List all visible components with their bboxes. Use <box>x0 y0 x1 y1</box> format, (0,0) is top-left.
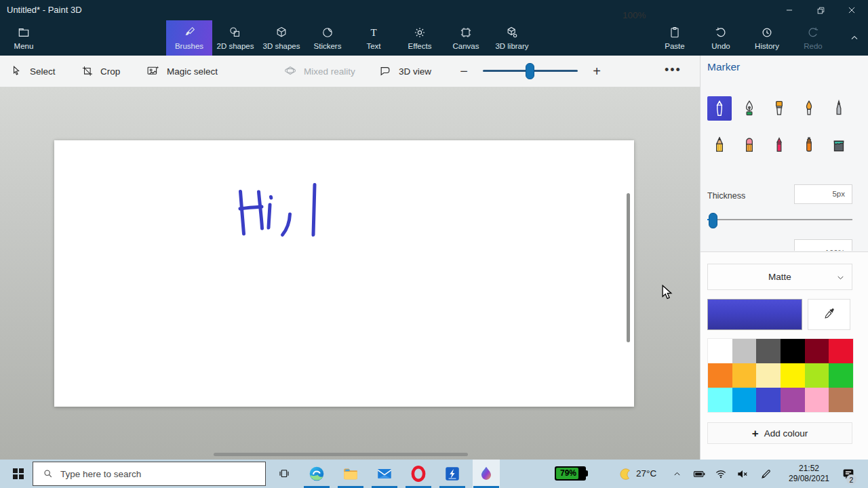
3d-view-tool[interactable]: 3D view <box>378 56 431 87</box>
palette-colour-12[interactable] <box>708 388 732 412</box>
tab-shapes-2d[interactable]: 2D shapes <box>212 20 258 56</box>
palette-colour-6[interactable] <box>708 363 732 388</box>
horizontal-scrollbar[interactable] <box>214 453 468 456</box>
palette-colour-11[interactable] <box>829 363 853 388</box>
palette-colour-4[interactable] <box>805 339 829 363</box>
brush-pencil[interactable] <box>707 133 732 157</box>
crop-icon <box>81 65 94 77</box>
brush-calligraphy-pen[interactable] <box>737 96 762 121</box>
restore-button[interactable] <box>805 0 836 20</box>
brush-fill[interactable] <box>827 133 851 157</box>
brush-marker[interactable] <box>707 96 732 121</box>
palette-colour-15[interactable] <box>781 388 805 412</box>
add-colour-button[interactable]: + Add colour <box>707 422 852 444</box>
thickness-slider-track[interactable] <box>707 219 852 220</box>
tab-label: Text <box>366 42 380 50</box>
thickness-slider-thumb[interactable] <box>709 213 717 228</box>
tab-effects[interactable]: Effects <box>397 20 443 56</box>
fill-icon <box>830 136 848 154</box>
redo-button: Redo <box>790 20 836 56</box>
vertical-scrollbar[interactable] <box>627 193 630 342</box>
tray-wifi-icon[interactable] <box>712 460 730 488</box>
tab-brushes[interactable]: Brushes <box>166 20 212 56</box>
eyedropper-button[interactable] <box>808 299 850 330</box>
tray-expand-button[interactable] <box>669 460 685 488</box>
tab-library-3d[interactable]: 3D library <box>489 20 535 56</box>
taskbar-app-paint-3d[interactable] <box>473 460 500 488</box>
ink-drawing-hi <box>54 140 634 407</box>
taskbar-clock[interactable]: 21:52 29/08/2021 <box>778 460 840 488</box>
history-button[interactable]: History <box>744 20 790 56</box>
weather-temp[interactable]: 27°C <box>636 460 656 488</box>
zoom-in-button[interactable]: + <box>589 56 605 87</box>
pixel-pen-icon <box>830 100 848 117</box>
tab-shapes-3d[interactable]: 3D shapes <box>258 20 304 56</box>
palette-colour-13[interactable] <box>732 388 757 412</box>
pencil-icon <box>711 136 728 154</box>
weather-moon-icon[interactable] <box>616 460 635 488</box>
tab-stickers[interactable]: Stickers <box>304 20 351 56</box>
battery-widget[interactable]: 79% <box>555 466 586 481</box>
tab-label: Effects <box>408 42 432 50</box>
tray-volume-muted-icon[interactable] <box>734 460 751 488</box>
palette-colour-0[interactable] <box>708 339 732 363</box>
brush-oil-brush[interactable] <box>767 96 791 121</box>
undo-button[interactable]: Undo <box>698 20 744 56</box>
brush-eraser[interactable] <box>737 133 762 157</box>
taskbar-app-file-explorer[interactable] <box>337 460 364 488</box>
palette-colour-17[interactable] <box>829 388 853 412</box>
crop-tool[interactable]: Crop <box>81 56 120 87</box>
brush-crayon[interactable] <box>767 133 791 157</box>
history-label: History <box>755 42 779 50</box>
magic-select-label: Magic select <box>167 66 218 77</box>
tab-canvas[interactable]: Canvas <box>443 20 489 56</box>
start-button[interactable] <box>7 460 30 488</box>
thickness-input[interactable]: 5px <box>794 184 852 204</box>
collapse-ribbon-button[interactable] <box>841 20 868 56</box>
palette-colour-3[interactable] <box>781 339 805 363</box>
palette-colour-2[interactable] <box>756 339 781 363</box>
magic-select-tool[interactable]: Magic select <box>146 56 218 87</box>
palette-colour-14[interactable] <box>756 388 781 412</box>
menu-icon <box>17 26 31 39</box>
paste-label: Paste <box>665 42 684 50</box>
palette-colour-10[interactable] <box>805 363 829 388</box>
brush-pixel-pen[interactable] <box>827 96 851 121</box>
select-cursor-icon <box>11 65 23 77</box>
tray-pen-icon[interactable] <box>757 460 774 488</box>
menu-button[interactable]: Menu <box>7 20 41 56</box>
eraser-icon <box>741 136 758 154</box>
palette-colour-8[interactable] <box>756 363 781 388</box>
taskbar-app-opera[interactable] <box>405 460 432 488</box>
taskbar-app-edge[interactable] <box>303 460 330 488</box>
minimize-button[interactable] <box>774 0 805 20</box>
material-dropdown[interactable]: Matte <box>707 264 852 290</box>
taskbar-app-mail[interactable] <box>371 460 398 488</box>
zoom-level[interactable]: 100% <box>623 0 646 31</box>
shapes-2d-icon <box>229 26 242 39</box>
close-button[interactable] <box>836 0 867 20</box>
drawing-canvas[interactable] <box>54 140 634 407</box>
opacity-input-clipped[interactable]: 100% <box>794 239 852 251</box>
eyedropper-icon <box>823 308 836 321</box>
palette-colour-7[interactable] <box>732 363 757 388</box>
zoom-out-button[interactable]: − <box>456 56 472 87</box>
brush-watercolour[interactable] <box>797 96 821 121</box>
more-options-button[interactable]: ••• <box>665 56 682 87</box>
tray-battery-icon[interactable] <box>690 460 708 488</box>
current-colour-swatch[interactable] <box>707 299 802 330</box>
palette-colour-9[interactable] <box>781 363 805 388</box>
task-view-button[interactable] <box>273 460 296 488</box>
paste-button[interactable]: Paste <box>652 20 698 56</box>
taskbar-app-sketch-app[interactable] <box>439 460 466 488</box>
tab-label: Brushes <box>175 42 203 50</box>
select-tool[interactable]: Select <box>11 56 56 87</box>
zoom-slider-thumb[interactable] <box>526 63 534 79</box>
palette-colour-5[interactable] <box>829 339 853 363</box>
tab-text[interactable]: TText <box>351 20 397 56</box>
palette-colour-16[interactable] <box>805 388 829 412</box>
taskbar-search[interactable]: Type here to search <box>33 462 266 486</box>
brush-spray-can[interactable] <box>797 133 821 157</box>
palette-colour-1[interactable] <box>732 339 757 363</box>
battery-widget-tip <box>586 470 588 476</box>
